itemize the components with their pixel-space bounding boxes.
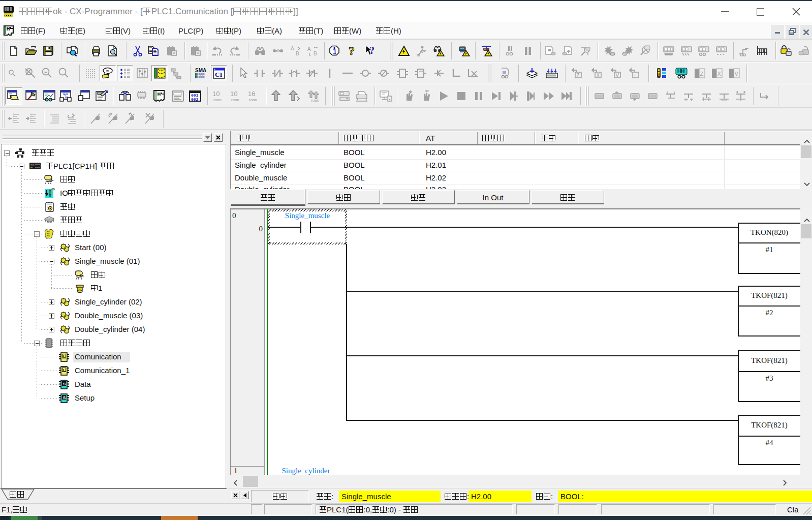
svg-text:S: S <box>63 395 66 400</box>
svg-text:roan: roan <box>231 98 239 102</box>
svg-text:CI: CI <box>215 71 222 78</box>
svg-text:?: ? <box>349 45 355 56</box>
svg-text:B: B <box>296 51 299 56</box>
svg-text:roan: roan <box>213 98 222 102</box>
svg-text:X: X <box>717 71 722 77</box>
svg-text:w: w <box>106 69 109 73</box>
svg-text:Z: Z <box>577 73 580 78</box>
svg-text:S: S <box>63 382 66 386</box>
svg-text:L: L <box>63 368 66 373</box>
svg-text:002: 002 <box>191 97 199 102</box>
svg-text:SMA: SMA <box>195 68 206 73</box>
svg-text:·: · <box>634 73 636 78</box>
svg-text:X: X <box>597 73 600 78</box>
svg-text:V: V <box>616 73 619 78</box>
svg-text:HH: HH <box>677 69 684 74</box>
svg-text:roan: roan <box>311 98 319 103</box>
svg-text:V: V <box>735 71 739 77</box>
svg-text:10: 10 <box>230 90 237 98</box>
svg-text:16: 16 <box>248 90 255 98</box>
svg-text:Z: Z <box>700 71 704 77</box>
svg-text:A: A <box>307 46 311 52</box>
svg-text:10: 10 <box>212 90 220 98</box>
svg-text:A: A <box>291 46 294 51</box>
svg-text:roan: roan <box>249 98 257 102</box>
svg-text:B: B <box>314 51 317 56</box>
svg-text:L: L <box>63 354 66 359</box>
